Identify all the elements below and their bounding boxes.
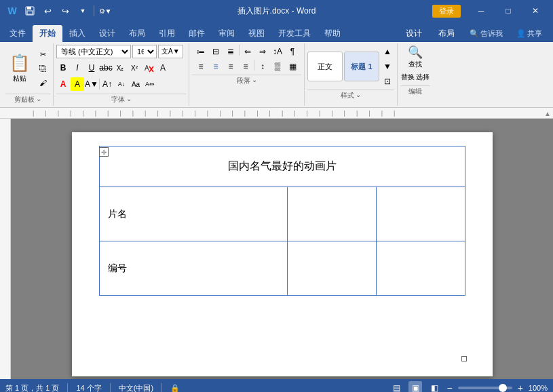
login-button[interactable]: 登录 (432, 5, 461, 18)
paste-button[interactable]: 📋 粘贴 (5, 51, 34, 86)
increase-font-button[interactable]: A↑ (100, 77, 114, 91)
view-print-button[interactable]: ▣ (408, 381, 422, 392)
minimize-button[interactable]: ─ (469, 2, 493, 20)
decrease-font-button[interactable]: A↓ (115, 77, 128, 91)
show-hide-button[interactable]: ¶ (286, 45, 299, 58)
paragraph-label-row: 段落 ⌄ (192, 75, 301, 85)
shading-button[interactable]: ▒ (271, 60, 284, 73)
find-button[interactable]: 🔍 查找 (400, 45, 430, 69)
tab-table-design[interactable]: 设计 (399, 25, 429, 42)
font-size-selector[interactable]: 16 (132, 45, 157, 58)
tab-view[interactable]: 视图 (242, 25, 271, 42)
document-area[interactable]: ✛ 国内名气最好的动画片 片名 (11, 119, 553, 379)
tab-file[interactable]: 文件 (3, 25, 33, 42)
table-move-handle[interactable]: ✛ (99, 147, 109, 157)
subscript-button[interactable]: X₂ (113, 61, 127, 75)
styles-more[interactable]: ⊡ (381, 75, 394, 88)
maximize-button[interactable]: □ (496, 2, 520, 20)
select-button[interactable]: 选择 (416, 71, 430, 84)
save-button[interactable] (23, 4, 37, 18)
tab-insert[interactable]: 插入 (62, 25, 92, 42)
filmname-cell-2[interactable] (287, 187, 376, 241)
tab-review[interactable]: 审阅 (212, 25, 242, 42)
tab-developer[interactable]: 开发工具 (271, 25, 318, 42)
ruler-collapse-button[interactable]: ▲ (542, 108, 553, 119)
main-area: ✛ 国内名气最好的动画片 片名 (0, 119, 553, 379)
styles-expand[interactable]: ⌄ (356, 91, 361, 100)
paragraph-group-content: ≔ ⊟ ≣ ⇐ ⇒ ↕A ¶ ≡ ≡ ≡ ≡ ↕ ▒ ▦ (194, 45, 299, 73)
replace-button[interactable]: 替换 (401, 71, 415, 84)
styles-down[interactable]: ▼ (381, 60, 394, 73)
clipboard-expand[interactable]: ⌄ (36, 95, 41, 104)
number-cell-3[interactable] (376, 241, 465, 296)
align-right-button[interactable]: ≡ (224, 60, 237, 73)
font-expand[interactable]: ⌄ (126, 95, 132, 104)
number-cell-2[interactable] (287, 241, 376, 296)
increase-indent-button[interactable]: ⇒ (256, 45, 269, 58)
format-painter-button[interactable]: 🖌 (35, 76, 50, 90)
close-button[interactable]: ✕ (523, 2, 548, 20)
wenzhang-button[interactable]: 文A▼ (158, 45, 183, 58)
multilevel-button[interactable]: ≣ (224, 45, 237, 58)
view-normal-button[interactable]: ▤ (389, 381, 403, 392)
search-ribbon-button[interactable]: 🔍告诉我 (464, 27, 508, 40)
cut-button[interactable]: ✂ (35, 47, 50, 61)
redo-button[interactable]: ↪ (58, 4, 72, 18)
change-case-button[interactable]: Aa (129, 77, 142, 91)
font-name-selector[interactable]: 等线 (中文正文) (56, 45, 131, 58)
filmname-label-cell[interactable]: 片名 (99, 187, 287, 241)
styles-up[interactable]: ▲ (381, 45, 394, 58)
tab-layout[interactable]: 布局 (122, 25, 152, 42)
sep1 (99, 79, 100, 90)
tab-home[interactable]: 开始 (33, 25, 62, 42)
underline-button[interactable]: U (85, 61, 98, 75)
zoom-slider[interactable] (458, 387, 512, 389)
font-color-button[interactable]: A (56, 77, 70, 91)
view-web-button[interactable]: ◧ (427, 381, 441, 392)
share-button[interactable]: 👤共享 (511, 27, 548, 40)
customize-icon[interactable]: ⚙▼ (98, 4, 112, 18)
bullets-button[interactable]: ≔ (194, 45, 208, 58)
table-title-cell[interactable]: 国内名气最好的动画片 (99, 146, 465, 187)
svg-text:A: A (145, 64, 149, 72)
zoom-plus-button[interactable]: + (518, 383, 523, 392)
strikethrough-button[interactable]: abc (99, 61, 113, 75)
char-spacing-button[interactable]: A⇔ (143, 77, 157, 91)
tab-mailings[interactable]: 邮件 (182, 25, 212, 42)
superscript-button[interactable]: X² (128, 61, 141, 75)
align-left-button[interactable]: ≡ (194, 60, 208, 73)
tab-references[interactable]: 引用 (152, 25, 182, 42)
sort-button[interactable]: ↕A (271, 45, 284, 58)
style-heading1[interactable]: 标题 1 (344, 52, 379, 81)
number-label-cell[interactable]: 编号 (99, 241, 287, 296)
text-color-button[interactable]: A▼ (85, 77, 98, 91)
quick-access-more[interactable]: ▼ (76, 4, 90, 18)
document-page[interactable]: ✛ 国内名气最好的动画片 片名 (72, 132, 493, 376)
clear-format-button[interactable]: A (142, 61, 155, 75)
text-effects-button[interactable]: A (156, 61, 170, 75)
title-bar: W ↩ ↪ ▼ ⚙▼ 插入图片.docx - Word 登录 ─ □ ✕ (0, 0, 553, 22)
highlight-button[interactable]: A (71, 77, 84, 91)
undo-button[interactable]: ↩ (41, 4, 54, 18)
zoom-slider-thumb[interactable] (499, 384, 507, 392)
tab-table-layout[interactable]: 布局 (432, 25, 461, 42)
tab-help[interactable]: 帮助 (318, 25, 347, 42)
justify-button[interactable]: ≡ (239, 60, 252, 73)
filmname-cell-3[interactable] (376, 187, 465, 241)
left-ruler (0, 119, 11, 379)
bold-button[interactable]: B (56, 61, 70, 75)
tab-design[interactable]: 设计 (92, 25, 122, 42)
line-spacing-button[interactable]: ↕ (256, 60, 269, 73)
decrease-indent-button[interactable]: ⇐ (241, 45, 254, 58)
copy-button[interactable]: ⿻ (35, 62, 50, 75)
align-center-button[interactable]: ≡ (209, 60, 223, 73)
numbering-button[interactable]: ⊟ (209, 45, 223, 58)
borders-button[interactable]: ▦ (286, 60, 299, 73)
paragraph-expand[interactable]: ⌄ (252, 76, 257, 85)
document-table[interactable]: 国内名气最好的动画片 片名 编号 (99, 146, 465, 296)
style-normal[interactable]: 正文 (307, 52, 343, 81)
italic-button[interactable]: I (71, 61, 84, 75)
zoom-minus-button[interactable]: − (446, 383, 452, 392)
table-resize-handle[interactable] (461, 356, 467, 361)
language: 中文(中国) (119, 383, 153, 393)
